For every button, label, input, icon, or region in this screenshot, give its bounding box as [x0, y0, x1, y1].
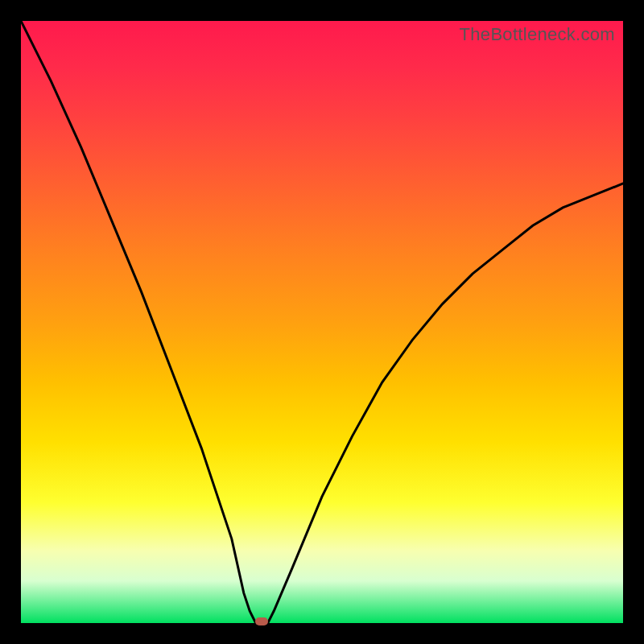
bottleneck-curve: [21, 21, 623, 623]
optimal-marker: [255, 617, 268, 625]
plot-area: TheBottleneck.com: [21, 21, 623, 623]
chart-frame: TheBottleneck.com: [0, 0, 644, 644]
